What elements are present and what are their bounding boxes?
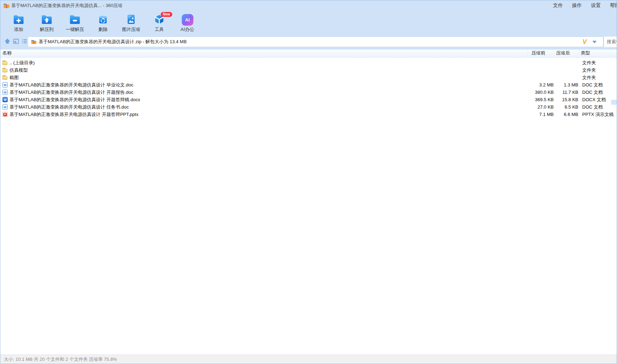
file-name: 基于MATLAB的正激变换器的开关电源仿真设计 任务书.doc — [9, 103, 129, 111]
title-bar: 基于MATLAB的正激变换器的开关电源仿真... - 360压缩 文件 操作 设… — [0, 0, 617, 11]
file-name: 截图 — [9, 74, 19, 81]
new-badge: New — [161, 12, 172, 17]
size-after: 15.8 KB — [554, 96, 579, 103]
file-row[interactable]: 基于MATLAB的正激变换器的开关电源仿真设计 毕业论文.doc 3.2 MB … — [0, 81, 617, 89]
archive-app-icon — [3, 2, 9, 9]
size-after: 11.7 KB — [554, 89, 579, 96]
file-type: DOC 文档 — [579, 89, 617, 96]
size-after: 1.3 MB — [554, 81, 579, 89]
file-row[interactable]: 截图 文件夹 — [0, 74, 617, 81]
up-directory-button[interactable] — [4, 38, 11, 45]
menu-file[interactable]: 文件 — [553, 2, 563, 9]
archive-path-text: 基于MATLAB的正激变换器的开关电源仿真设计.zip - 解包大小为 13.4… — [39, 39, 580, 45]
menu-actions[interactable]: 操作 — [572, 2, 582, 9]
panel-view-icon — [13, 38, 19, 44]
size-before — [528, 59, 554, 66]
size-before: 380.0 KB — [528, 89, 554, 96]
menu-bar: 文件 操作 设置 帮助 — [553, 0, 617, 11]
file-type: DOC 文档 — [579, 81, 617, 89]
extract-to-label: 解压到 — [40, 26, 54, 33]
column-header-name[interactable]: 名称 — [0, 50, 528, 57]
file-row[interactable]: 基于MATLAB的正激变换器的开关电源仿真设计 开题答辩稿.docx 369.5… — [0, 96, 617, 103]
file-type: 文件夹 — [579, 66, 617, 74]
column-header-after[interactable]: 压缩后 — [554, 50, 579, 57]
image-compress-icon — [124, 13, 138, 26]
file-list-rows: .. (上级目录) 文件夹 仿真模型 文件夹 截图 文件夹 基于 — [0, 58, 617, 118]
up-arrow-icon — [4, 38, 11, 44]
toolbar: 添加 解压到 — [0, 11, 617, 34]
folder-icon — [2, 60, 8, 65]
file-name: 基于MATLAB的正激变换器的开关电源仿真设计 开题报告.doc — [9, 89, 133, 96]
archive-file-icon — [31, 39, 37, 45]
delete-label: 删除 — [98, 26, 108, 33]
size-before: 7.1 MB — [528, 111, 554, 118]
pptx-icon — [2, 112, 8, 117]
size-before — [528, 74, 554, 81]
ai-office-icon: AI — [181, 13, 194, 26]
size-after: 6.6 MB — [554, 111, 579, 118]
address-dropdown-arrow-icon[interactable] — [592, 41, 597, 43]
size-before — [528, 66, 554, 74]
one-click-extract-button[interactable]: 一键解压 — [61, 13, 89, 33]
add-folder-icon — [12, 13, 25, 26]
size-after: 6.5 KB — [554, 103, 579, 111]
size-after — [554, 59, 579, 66]
docx-icon — [2, 97, 8, 102]
panel-view-button[interactable] — [12, 38, 19, 45]
list-header: 名称 压缩前 压缩后 类型 — [0, 50, 617, 58]
list-view-icon — [21, 38, 27, 44]
folder-icon — [2, 75, 8, 80]
folder-icon — [2, 67, 8, 73]
file-type: 文件夹 — [579, 59, 617, 66]
ai-office-label: AI办公 — [181, 26, 194, 33]
search-input[interactable]: 搜索包 — [604, 37, 617, 47]
address-bar-input[interactable]: 基于MATLAB的正激变换器的开关电源仿真设计.zip - 解包大小为 13.4… — [28, 37, 603, 47]
file-name: 基于MATLAB的正激变换器开关电源仿真设计 开题答辩PPT.pptx — [9, 111, 139, 118]
doc-icon — [2, 90, 8, 95]
file-list: .. (上级目录) 文件夹 仿真模型 文件夹 截图 文件夹 基于 — [0, 58, 617, 355]
file-type: 文件夹 — [579, 74, 617, 81]
address-row: 基于MATLAB的正激变换器的开关电源仿真设计.zip - 解包大小为 13.4… — [0, 34, 617, 50]
file-name: .. (上级目录) — [9, 59, 35, 66]
tools-label: 工具 — [155, 26, 164, 33]
file-row[interactable]: .. (上级目录) 文件夹 — [0, 59, 617, 66]
v-logo[interactable]: V — [583, 39, 587, 45]
extract-to-button[interactable]: 解压到 — [33, 13, 61, 33]
extract-to-icon — [40, 13, 53, 26]
scrollbar-thumb[interactable] — [611, 100, 617, 105]
delete-trash-icon — [96, 13, 110, 26]
file-row[interactable]: 基于MATLAB的正激变换器开关电源仿真设计 开题答辩PPT.pptx 7.1 … — [0, 111, 617, 118]
image-compress-button[interactable]: 图片压缩 — [117, 13, 145, 33]
window-title: 基于MATLAB的正激变换器的开关电源仿真... - 360压缩 — [11, 0, 122, 11]
tools-button[interactable]: New 工具 — [145, 13, 173, 33]
image-compress-label: 图片压缩 — [122, 26, 140, 33]
file-row[interactable]: 基于MATLAB的正激变换器的开关电源仿真设计 开题报告.doc 380.0 K… — [0, 89, 617, 96]
one-click-extract-icon — [68, 13, 82, 26]
menu-settings[interactable]: 设置 — [591, 2, 601, 9]
size-after — [554, 66, 579, 74]
one-click-extract-label: 一键解压 — [66, 26, 84, 33]
file-row[interactable]: 基于MATLAB的正激变换器的开关电源仿真设计 任务书.doc 27.0 KB … — [0, 103, 617, 111]
size-before: 27.0 KB — [528, 103, 554, 111]
add-label: 添加 — [14, 26, 23, 33]
column-header-type[interactable]: 类型 — [579, 50, 617, 57]
size-before: 3.2 MB — [528, 81, 554, 89]
menu-help[interactable]: 帮助 — [610, 2, 617, 9]
add-button[interactable]: 添加 — [5, 13, 33, 33]
list-view-button[interactable] — [21, 38, 28, 45]
status-bar: 大小: 10.1 MB 共 20 个文件和 2 个文件夹 压缩率 75.8% — [0, 355, 617, 364]
app-window: 基于MATLAB的正激变换器的开关电源仿真... - 360压缩 文件 操作 设… — [0, 0, 617, 364]
delete-button[interactable]: 删除 — [89, 13, 117, 33]
size-before: 369.5 KB — [528, 96, 554, 103]
file-name: 基于MATLAB的正激变换器的开关电源仿真设计 毕业论文.doc — [9, 81, 133, 89]
ai-office-button[interactable]: AI AI办公 — [173, 13, 201, 33]
file-row[interactable]: 仿真模型 文件夹 — [0, 66, 617, 74]
size-after — [554, 74, 579, 81]
status-text: 大小: 10.1 MB 共 20 个文件和 2 个文件夹 压缩率 75.8% — [4, 356, 117, 363]
doc-icon — [2, 104, 8, 110]
column-header-before[interactable]: 压缩前 — [528, 50, 554, 57]
search-placeholder-text: 搜索包 — [607, 39, 617, 45]
doc-icon — [2, 82, 8, 87]
file-name: 基于MATLAB的正激变换器的开关电源仿真设计 开题答辩稿.docx — [9, 96, 140, 103]
file-name: 仿真模型 — [9, 66, 28, 74]
